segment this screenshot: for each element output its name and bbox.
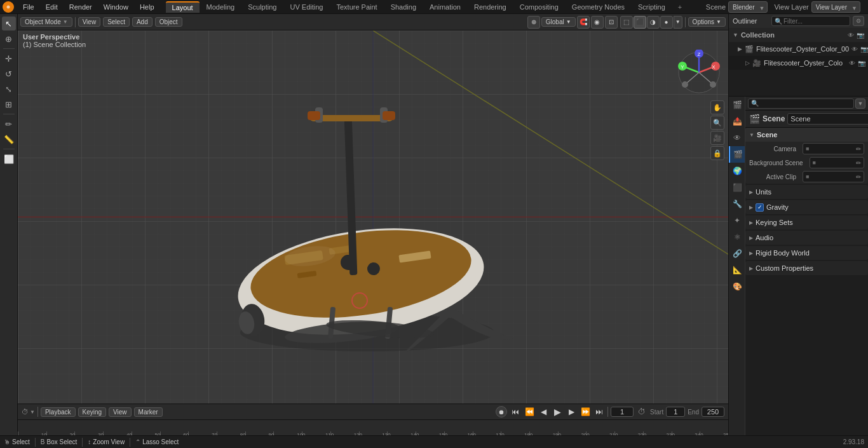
transform-orient-btn[interactable]: ⊕ bbox=[527, 16, 540, 29]
scene-selector[interactable]: Blender ▼ bbox=[728, 1, 768, 13]
outliner-search-input[interactable] bbox=[783, 18, 847, 25]
menu-help[interactable]: Help bbox=[135, 2, 159, 12]
tab-rendering[interactable]: Rendering bbox=[468, 2, 513, 12]
camera-field[interactable]: ■ ✏ bbox=[803, 143, 864, 154]
jump-start-btn[interactable]: ⏮ bbox=[510, 406, 521, 417]
tl-view-btn[interactable]: View bbox=[109, 407, 132, 417]
view-layer-selector[interactable]: View Layer ▼ bbox=[811, 1, 860, 13]
add-workspace-button[interactable]: + bbox=[673, 2, 687, 12]
prop-tab-modifiers[interactable]: 🔧 bbox=[729, 196, 745, 212]
props-search-input[interactable] bbox=[760, 100, 851, 107]
wireframe-shading-btn[interactable]: ⬚ bbox=[620, 16, 633, 29]
viewport-lock-icon[interactable]: 🔒 bbox=[710, 146, 724, 160]
next-keyframe-btn[interactable]: ▶ bbox=[566, 406, 577, 417]
cursor-tool[interactable]: ⊕ bbox=[2, 32, 16, 46]
move-tool[interactable]: ✛ bbox=[2, 51, 16, 65]
looksdev-shading-btn[interactable]: ◑ bbox=[647, 16, 660, 29]
menu-edit[interactable]: Edit bbox=[41, 2, 63, 12]
bg-scene-field[interactable]: ■ ✏ bbox=[810, 157, 864, 168]
tab-uv-editing[interactable]: UV Editing bbox=[283, 2, 329, 12]
prop-tab-object[interactable]: ⬛ bbox=[729, 179, 745, 196]
prop-tab-physics[interactable]: ⚛ bbox=[729, 229, 745, 245]
options-btn[interactable]: Options ▼ bbox=[688, 17, 726, 27]
marker-btn[interactable]: Marker bbox=[134, 407, 163, 417]
prop-tab-output[interactable]: 📤 bbox=[729, 113, 745, 130]
gravity-toggle[interactable]: ▶ ✓ Gravity bbox=[745, 200, 868, 214]
tab-modeling[interactable]: Modeling bbox=[200, 2, 241, 12]
tab-geometry-nodes[interactable]: Geometry Nodes bbox=[566, 2, 631, 12]
keying-btn[interactable]: Keying bbox=[78, 407, 107, 417]
viewport-zoom-icon[interactable]: 🔍 bbox=[710, 116, 724, 130]
measure-tool[interactable]: 📏 bbox=[2, 132, 16, 146]
select-tool[interactable]: ↖ bbox=[2, 17, 16, 31]
tab-shading[interactable]: Shading bbox=[384, 2, 423, 12]
prop-tab-render[interactable]: 🎬 bbox=[729, 97, 745, 113]
active-clip-field[interactable]: ■ ✏ bbox=[803, 171, 864, 182]
tab-scripting[interactable]: Scripting bbox=[632, 2, 672, 12]
menu-window[interactable]: Window bbox=[98, 2, 133, 12]
prop-tab-particles[interactable]: ✦ bbox=[729, 212, 745, 229]
menu-render[interactable]: Render bbox=[64, 2, 97, 12]
transform-tool[interactable]: ⊞ bbox=[2, 97, 16, 111]
keying-sets-toggle[interactable]: ▶ Keying Sets bbox=[745, 215, 868, 229]
xray-btn[interactable]: ⊡ bbox=[605, 16, 618, 29]
viewport-move-icon[interactable]: ✋ bbox=[710, 100, 724, 114]
annotate-tool[interactable]: ✏ bbox=[2, 117, 16, 131]
prop-tab-material[interactable]: 🎨 bbox=[729, 278, 745, 295]
select-menu-btn[interactable]: Select bbox=[103, 17, 130, 27]
add-menu-btn[interactable]: Add bbox=[132, 17, 153, 27]
rigid-body-toggle[interactable]: ▶ Rigid Body World bbox=[745, 246, 868, 260]
prop-tab-scene[interactable]: 🎬 bbox=[729, 146, 745, 163]
rotate-tool[interactable]: ↺ bbox=[2, 67, 16, 81]
props-options-btn[interactable]: ▼ bbox=[855, 98, 865, 109]
proportional-edit-btn[interactable]: ◉ bbox=[591, 16, 604, 29]
add-object-tool[interactable]: ⬜ bbox=[2, 152, 16, 166]
outliner-item-1[interactable]: ▶ 🎬 Flitescooter_Oyster_Color_00 👁 📷 bbox=[729, 42, 868, 56]
record-btn[interactable]: ⏺ bbox=[496, 406, 507, 417]
prop-tab-world[interactable]: 🌍 bbox=[729, 163, 745, 179]
select-icon[interactable]: 🖱 bbox=[4, 438, 10, 445]
viewport-info: User Perspective (1) Scene Collection bbox=[23, 33, 86, 48]
transform-space-selector[interactable]: Global ▼ bbox=[541, 17, 576, 27]
viewport-camera-icon[interactable]: 🎥 bbox=[710, 131, 724, 145]
scene-label: Scene bbox=[706, 3, 726, 11]
prev-frame-btn[interactable]: ⏪ bbox=[524, 406, 535, 417]
tab-layout[interactable]: Layout bbox=[166, 1, 200, 13]
units-toggle[interactable]: ▶ Units bbox=[745, 185, 868, 199]
3d-viewport[interactable]: User Perspective (1) Scene Collection bbox=[18, 31, 728, 404]
shading-options-btn[interactable]: ▼ bbox=[674, 16, 682, 29]
prop-tab-constraints[interactable]: 🔗 bbox=[729, 245, 745, 262]
jump-end-btn[interactable]: ⏭ bbox=[593, 406, 605, 417]
current-frame-field[interactable]: 1 bbox=[611, 407, 634, 417]
tab-compositing[interactable]: Compositing bbox=[513, 2, 565, 12]
next-frame-btn[interactable]: ⏩ bbox=[580, 406, 591, 417]
end-frame-field[interactable]: 250 bbox=[702, 407, 724, 417]
view-menu-btn[interactable]: View bbox=[78, 17, 101, 27]
custom-props-toggle[interactable]: ▶ Custom Properties bbox=[745, 261, 868, 275]
gravity-checkbox[interactable]: ✓ bbox=[756, 203, 764, 212]
prev-keyframe-btn[interactable]: ◀ bbox=[538, 406, 549, 417]
menu-file[interactable]: File bbox=[18, 2, 39, 12]
prop-tab-viewlayer[interactable]: 👁 bbox=[729, 130, 745, 146]
snap-btn[interactable]: 🧲 bbox=[577, 16, 590, 29]
tab-texture-paint[interactable]: Texture Paint bbox=[330, 2, 383, 12]
outliner-filter-btn[interactable]: ⚙ bbox=[853, 16, 864, 26]
object-menu-btn[interactable]: Object bbox=[155, 17, 182, 27]
audio-toggle[interactable]: ▶ Audio bbox=[745, 231, 868, 245]
outliner-item-2[interactable]: ▷ 🎥 Flitescooter_Oyster_Colo 👁 📷 bbox=[729, 56, 868, 70]
rendered-shading-btn[interactable]: ● bbox=[660, 16, 673, 29]
scene-section-toggle[interactable]: ▼ Scene bbox=[745, 128, 868, 142]
playback-btn[interactable]: Playback bbox=[41, 407, 76, 417]
tab-sculpting[interactable]: Sculpting bbox=[241, 2, 283, 12]
solid-shading-btn[interactable]: ⬛ bbox=[634, 16, 646, 29]
object-mode-selector[interactable]: Object Mode ▼ bbox=[20, 17, 72, 27]
scene-name-input[interactable] bbox=[787, 113, 868, 125]
tab-animation[interactable]: Animation bbox=[423, 2, 467, 12]
right-panel: Outliner 🔍 ⚙ ▼ Collection 👁 📷 bbox=[728, 14, 868, 435]
play-btn[interactable]: ▶ bbox=[552, 406, 563, 417]
time-options-btn[interactable]: ⏱ bbox=[636, 406, 648, 417]
timeline-type-selector[interactable]: ⏱ ▼ bbox=[22, 408, 35, 416]
start-frame-field[interactable]: 1 bbox=[666, 407, 685, 417]
scale-tool[interactable]: ⤡ bbox=[2, 82, 16, 96]
prop-tab-objdata[interactable]: 📐 bbox=[729, 262, 745, 278]
